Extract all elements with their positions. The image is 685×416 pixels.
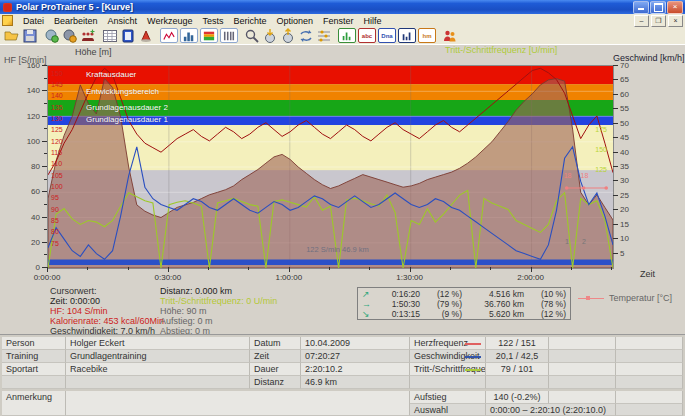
- summary-row-uphill: ↗ 0:16:20 (12 %) 4.516 km (10 %): [362, 289, 566, 299]
- table-cell: [616, 363, 683, 376]
- zoom-icon[interactable]: [244, 28, 260, 44]
- temperature-legend-label: Temperatur [°C]: [609, 293, 672, 303]
- temperature-legend: Temperatur [°C]: [578, 293, 672, 303]
- hf-scale-label: 135: [51, 104, 63, 111]
- time-tick-label: 0:30:00: [146, 273, 190, 282]
- report-chart-icon[interactable]: [398, 28, 416, 43]
- hf-scale-label: 100: [51, 183, 63, 190]
- report-dna-icon[interactable]: Dna: [378, 28, 396, 43]
- diary-icon[interactable]: [120, 28, 136, 44]
- filter-icon[interactable]: [316, 28, 332, 44]
- menu-werkzeuge[interactable]: Werkzeuge: [142, 16, 197, 26]
- menu-optionen[interactable]: Optionen: [271, 16, 318, 26]
- person-label: Person: [2, 337, 66, 350]
- altitude-tick-label: 120: [18, 112, 40, 121]
- table-cell: [549, 337, 616, 350]
- aufstieg-label: Aufstieg: [410, 391, 486, 404]
- hf-scale-label: 85: [51, 217, 59, 224]
- altitude-axis-title: Höhe [m]: [75, 47, 112, 57]
- cadence-axis-title: Tritt-/Schrittfrequenz [U/min]: [445, 45, 557, 55]
- receive-data-icon[interactable]: [262, 28, 278, 44]
- mdi-minimize-button[interactable]: –: [634, 15, 649, 27]
- uphill-dist: 4.516 km: [462, 289, 524, 299]
- uphill-time: 0:16:20: [376, 289, 420, 299]
- reset-icon[interactable]: [138, 28, 154, 44]
- speed-tick-label: 45: [620, 133, 629, 142]
- flat-time-pct: (79 %): [420, 299, 462, 309]
- zones-view-icon[interactable]: [200, 28, 218, 43]
- hf-scale-label: 90: [51, 206, 59, 213]
- cursor-hoehe: Höhe: 90 m: [160, 306, 207, 316]
- table-cell: [549, 376, 616, 389]
- dauer-label: Dauer: [250, 363, 301, 376]
- chart-panel: Höhe [m] HF [S/min] Tritt-/Schrittfreque…: [0, 44, 685, 335]
- hf-scale-label: 125: [51, 126, 63, 133]
- menu-tests[interactable]: Tests: [197, 16, 228, 26]
- report-abc-icon[interactable]: abc: [358, 28, 376, 43]
- hf-scale-label: 150: [51, 70, 63, 77]
- herzfrequenz-value: 122 / 151: [486, 337, 549, 350]
- trittfrequenz-value: 79 / 101: [486, 363, 549, 376]
- report-time-icon[interactable]: hm: [418, 28, 436, 43]
- hf-scale-label: 130: [51, 115, 63, 122]
- report-bars-icon[interactable]: [338, 28, 356, 43]
- speed-tick-label: 35: [620, 162, 629, 171]
- training-value: Grundlagentraining: [66, 350, 250, 363]
- uphill-arrow-icon: ↗: [362, 289, 376, 299]
- menu-bearbeiten[interactable]: Bearbeiten: [49, 16, 103, 26]
- curve-plot[interactable]: 181812122 S/min 46.9 kmKraftausdauerEntw…: [47, 65, 614, 269]
- distanz-value: 46.9 km: [301, 376, 410, 389]
- geschwindigkeit-label: Geschwindigkeit: [410, 350, 486, 363]
- altitude-tick-label: 40: [18, 213, 40, 222]
- table-cell: [486, 376, 549, 389]
- speed-tick-label: 40: [620, 148, 629, 157]
- sync-watch-icon[interactable]: [44, 28, 60, 44]
- transfer-settings-icon[interactable]: [62, 28, 78, 44]
- save-icon[interactable]: [22, 28, 38, 44]
- cadence-scale-label: 175: [583, 126, 607, 133]
- mdi-restore-button[interactable]: ❐: [651, 15, 666, 27]
- sportart-label: Sportart: [2, 363, 66, 376]
- auswahl-label: Auswahl: [410, 404, 486, 416]
- cursor-kalorienrate: Kalorienrate: 453 kcal/60Min: [50, 316, 164, 326]
- anmerkung-label: Anmerkung: [2, 391, 66, 416]
- altitude-tick-label: 0: [18, 263, 40, 272]
- flat-dist-pct: (78 %): [524, 299, 566, 309]
- svg-text:2: 2: [582, 238, 586, 245]
- table-cell: [616, 350, 683, 363]
- curve-view-icon[interactable]: [160, 28, 178, 43]
- cursor-aufstieg: Aufstieg: 0 m: [160, 316, 213, 326]
- altitude-tick-label: 100: [18, 137, 40, 146]
- zone-label: Grundlagenausdauer 2: [86, 103, 168, 112]
- cursor-zeit: Zeit: 0:00:00: [50, 296, 100, 306]
- distribution-view-icon[interactable]: [180, 28, 198, 43]
- open-file-icon[interactable]: [4, 28, 20, 44]
- menu-berichte[interactable]: Berichte: [228, 16, 271, 26]
- sync-cycle-icon[interactable]: [298, 28, 314, 44]
- maximize-button[interactable]: [650, 1, 666, 14]
- send-data-icon[interactable]: [280, 28, 296, 44]
- table-cell: [66, 376, 250, 389]
- hf-scale-label: 145: [51, 81, 63, 88]
- menu-fenster[interactable]: Fenster: [318, 16, 359, 26]
- training-calendar-icon[interactable]: [102, 28, 118, 44]
- speed-tick-label: 50: [620, 119, 629, 128]
- minimize-button[interactable]: [633, 1, 649, 14]
- users-icon[interactable]: [442, 28, 458, 44]
- svg-text:1: 1: [565, 238, 569, 245]
- speed-tick-label: 5: [620, 249, 624, 258]
- mdi-close-button[interactable]: ×: [668, 15, 683, 27]
- menu-ansicht[interactable]: Ansicht: [103, 16, 143, 26]
- hf-scale-label: 110: [51, 160, 62, 167]
- sportart-value: Racebike: [66, 363, 250, 376]
- menu-hilfe[interactable]: Hilfe: [359, 16, 387, 26]
- speed-tick-label: 60: [620, 90, 629, 99]
- close-button[interactable]: ×: [667, 1, 683, 14]
- menu-datei[interactable]: Datei: [18, 16, 49, 26]
- athletes-icon[interactable]: [80, 28, 96, 44]
- uphill-time-pct: (12 %): [420, 289, 462, 299]
- time-tick-label: 0:00:00: [25, 273, 69, 282]
- table-cell: [616, 404, 683, 416]
- zone-label: Kraftausdauer: [86, 70, 136, 79]
- laps-view-icon[interactable]: [220, 28, 238, 43]
